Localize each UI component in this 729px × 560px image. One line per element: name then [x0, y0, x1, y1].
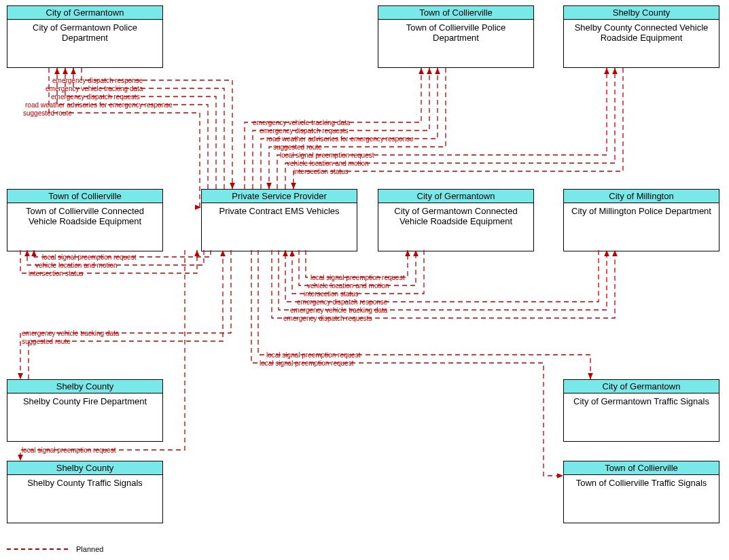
flow-label: suggested route [20, 338, 72, 346]
node-body: City of Germantown Connected Vehicle Roa… [378, 203, 533, 251]
flow-label: suggested route [272, 143, 323, 152]
flow-label: local signal preemption request [258, 360, 355, 368]
flow-label: road weather advisories for emergency re… [24, 101, 174, 109]
node-header: City of Germantown [7, 6, 162, 20]
node-germantown-signals[interactable]: City of Germantown City of Germantown Tr… [563, 379, 719, 442]
node-header: Shelby County [564, 6, 719, 20]
node-private-ems[interactable]: Private Service Provider Private Contrac… [201, 189, 357, 251]
node-header: Shelby County [7, 380, 162, 393]
node-body: Shelby County Connected Vehicle Roadside… [564, 20, 719, 67]
node-shelby-fire[interactable]: Shelby County Shelby County Fire Departm… [7, 379, 163, 442]
node-collier-cvre[interactable]: Town of Collierville Town of Colliervill… [7, 189, 163, 251]
legend-label: Planned [76, 545, 103, 553]
node-body: Town of Collierville Police Department [378, 20, 533, 67]
flow-label: emergency dispatch requests [282, 315, 374, 323]
flow-label: emergency vehicle tracking data [20, 330, 120, 338]
flow-label: emergency dispatch requests [258, 127, 350, 135]
flow-label: vehicle location and motion [306, 282, 391, 290]
node-shelby-cvre[interactable]: Shelby County Shelby County Connected Ve… [563, 5, 719, 68]
node-header: Town of Collierville [378, 6, 533, 20]
node-collier-signals[interactable]: Town of Collierville Town of Colliervill… [563, 461, 719, 523]
node-header: Shelby County [7, 461, 162, 475]
flow-label: intersection status [27, 270, 85, 278]
flow-label: local signal preemption request [265, 351, 361, 360]
node-shelby-signals[interactable]: Shelby County Shelby County Traffic Sign… [7, 461, 163, 523]
node-header: Town of Collierville [564, 461, 719, 475]
node-header: City of Germantown [564, 380, 719, 393]
flow-label: vehicle location and motion [34, 262, 119, 270]
node-body: Town of Collierville Traffic Signals [564, 475, 719, 523]
flow-label: vehicle location and motion [285, 160, 370, 168]
flow-label: suggested route [22, 109, 73, 118]
node-header: Private Service Provider [202, 190, 357, 203]
node-body: Town of Collierville Connected Vehicle R… [7, 203, 162, 251]
node-body: City of Germantown Traffic Signals [564, 393, 719, 441]
flow-label: local signal preemption request [41, 253, 137, 262]
flow-label: emergency dispatch response [51, 77, 144, 85]
node-body: City of Millington Police Department [564, 203, 719, 251]
node-header: City of Millington [564, 190, 719, 203]
node-body: Shelby County Traffic Signals [7, 475, 162, 523]
legend: Planned [7, 545, 103, 553]
flow-label: emergency dispatch requests [50, 93, 141, 101]
flow-label: emergency vehicle tracking data [44, 85, 144, 93]
node-millington-police[interactable]: City of Millington City of Millington Po… [563, 189, 719, 251]
flow-label: intersection status [302, 290, 360, 298]
node-body: Private Contract EMS Vehicles [202, 203, 357, 251]
node-germantown-police[interactable]: City of Germantown City of Germantown Po… [7, 5, 163, 68]
flow-label: emergency vehicle tracking data [251, 119, 351, 127]
node-collierville-police[interactable]: Town of Collierville Town of Colliervill… [378, 5, 534, 68]
legend-line-planned [7, 548, 68, 550]
node-body: City of Germantown Police Department [7, 20, 162, 67]
flow-label: local signal preemption request [20, 447, 117, 455]
flow-label: emergency dispatch response [296, 298, 389, 307]
node-header: City of Germantown [378, 190, 533, 203]
flow-label: local signal preemption request [279, 152, 375, 160]
flow-label: intersection status [292, 168, 350, 176]
flow-label: road weather advisories for emergency re… [265, 135, 415, 143]
node-body: Shelby County Fire Department [7, 393, 162, 441]
node-header: Town of Collierville [7, 190, 162, 203]
node-germantown-cvre[interactable]: City of Germantown City of Germantown Co… [378, 189, 534, 251]
flow-label: local signal preemption request [309, 274, 406, 282]
flow-label: emergency vehicle tracking data [289, 307, 389, 315]
